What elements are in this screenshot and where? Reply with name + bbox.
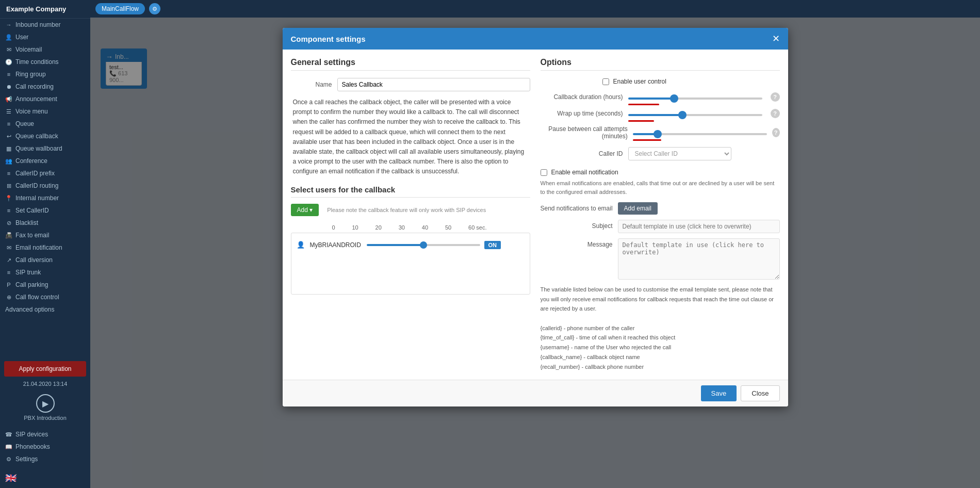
sidebar-item-queue-callback[interactable]: ↩ Queue callback [0,130,90,142]
sidebar-item-blacklist[interactable]: ⊘ Blacklist [0,217,90,229]
sidebar-bottom-items: ☎ SIP devices 📖 Phonebooks ⚙ Settings [0,425,90,468]
canvas-area: → Inb... test... 📞 613 900... Component … [90,18,980,488]
modal-body: General settings Name Once a call reache… [283,50,788,380]
enable-user-control-label: Enable user control [613,78,666,85]
sidebar-item-user[interactable]: 👤 User [0,31,90,43]
routing-icon: ⊞ [5,183,12,189]
flag-uk: 🇬🇧 [0,468,90,488]
pause-between-row: Pause between call attempts (minutes) ? [541,125,780,140]
sidebar-item-queue-wallboard[interactable]: ▦ Queue wallboard [0,142,90,155]
callback-duration-row: Callback duration (hours) ? [541,92,780,102]
sidebar-item-call-parking[interactable]: P Call parking [0,279,90,291]
modal-left-panel: General settings Name Once a call reache… [291,58,530,371]
variables-text: The variable listed below can be used to… [541,285,780,371]
caller-id-select[interactable]: Select Caller ID [628,147,731,160]
ring-group-icon: ≡ [5,71,12,77]
user-status-badge: ON [484,241,501,249]
user-row: 👤 MyBRIAANDROID ON [297,238,525,252]
add-button[interactable]: Add ▾ [291,204,319,216]
sidebar-item-sip-devices[interactable]: ☎ SIP devices [0,428,90,441]
subject-input[interactable] [618,220,780,233]
wrapup-time-indicator [628,120,654,122]
sip-icon: ≡ [5,269,12,275]
description-text: Once a call reaches the callback object,… [291,97,530,177]
topbar: MainCallFlow ⚙ [90,0,980,18]
modal-close-button[interactable]: ✕ [772,34,780,43]
queue-icon: ≡ [5,121,12,127]
name-row: Name [291,78,530,91]
sidebar-item-voice-menu[interactable]: ☰ Voice menu [0,105,90,118]
callback-duration-slider[interactable] [628,97,762,100]
modal-header: Component settings ✕ [283,28,788,50]
send-notifications-label: Send notifications to email [541,202,613,212]
caller-id-row: Caller ID Select Caller ID [541,147,780,160]
message-label: Message [541,238,613,248]
sip-devices-icon: ☎ [5,431,12,438]
user-icon: 👤 [5,34,12,41]
sidebar-item-internal-number[interactable]: 📍 Internal number [0,192,90,204]
menu-icon: ☰ [5,108,12,115]
pbx-intro-section: ▶ PBX Introduction [0,390,90,425]
sidebar-item-sip-trunk[interactable]: ≡ SIP trunk [0,266,90,279]
sidebar-item-voicemail[interactable]: ✉ Voicemail [0,43,90,56]
add-email-button[interactable]: Add email [618,202,658,215]
settings-icon: ⚙ [5,456,12,463]
sidebar-item-callerid-routing[interactable]: ⊞ CallerID routing [0,180,90,192]
sidebar-item-ring-group[interactable]: ≡ Ring group [0,68,90,80]
pause-between-slider-wrap [633,129,767,137]
company-name: Example Company [0,0,90,19]
close-button[interactable]: Close [741,385,779,401]
sidebar-item-announcement[interactable]: 📢 Announcement [0,93,90,105]
sidebar-item-queue[interactable]: ≡ Queue [0,118,90,130]
pause-between-label: Pause between call attempts (minutes) [541,125,628,140]
enable-user-control-checkbox[interactable] [602,78,609,85]
arrow-right-icon: → [5,22,12,28]
sidebar-item-call-flow-control[interactable]: ⊕ Call flow control [0,291,90,303]
apply-date: 21.04.2020 13:14 [0,381,90,387]
options-title: Options [541,58,780,71]
record-icon: ⏺ [5,84,12,90]
flow-chip[interactable]: MainCallFlow [95,3,145,14]
wrapup-time-help-icon[interactable]: ? [771,109,780,118]
enable-email-row: Enable email notification [541,169,780,176]
callback-duration-help-icon[interactable]: ? [771,92,780,102]
component-settings-modal: Component settings ✕ General settings Na… [283,28,788,406]
modal-overlay: Component settings ✕ General settings Na… [90,18,980,488]
sidebar-item-callerid-prefix[interactable]: ≡ CallerID prefix [0,167,90,180]
sidebar-item-email-notification[interactable]: ✉ Email notification [0,241,90,254]
wrapup-time-slider[interactable] [628,114,762,116]
apply-configuration-button[interactable]: Apply configuration [4,361,86,377]
sidebar-item-set-callerid[interactable]: ≡ Set CallerID [0,204,90,217]
callback-duration-indicator [628,104,659,105]
callback-icon: ↩ [5,133,12,140]
topbar-settings-icon[interactable]: ⚙ [149,3,160,14]
message-textarea[interactable] [618,238,780,280]
flow-control-icon: ⊕ [5,294,12,301]
sidebar-item-fax-to-email[interactable]: 📠 Fax to email [0,229,90,241]
pause-between-help-icon[interactable]: ? [772,128,780,137]
sidebar: Example Company → Inbound number 👤 User … [0,0,90,488]
pause-between-slider[interactable] [633,133,767,135]
name-input[interactable] [337,78,530,91]
sidebar-item-phonebooks[interactable]: 📖 Phonebooks [0,441,90,453]
main-area: MainCallFlow ⚙ → Inb... test... 📞 613 90… [90,0,980,488]
wrapup-time-label: Wrap up time (seconds) [541,110,623,117]
wrapup-time-slider-wrap [628,110,765,118]
sidebar-item-conference[interactable]: 👥 Conference [0,155,90,167]
caller-id-label: Caller ID [541,150,623,157]
conference-icon: 👥 [5,158,12,165]
sidebar-item-time-conditions[interactable]: 🕐 Time conditions [0,56,90,68]
sidebar-item-advanced-options[interactable]: Advanced options [0,303,90,316]
email-icon: ✉ [5,245,12,251]
sidebar-item-inbound-number[interactable]: → Inbound number [0,19,90,31]
sidebar-item-settings[interactable]: ⚙ Settings [0,453,90,465]
enable-email-checkbox[interactable] [541,169,547,176]
sidebar-item-call-recording[interactable]: ⏺ Call recording [0,80,90,93]
flow-name: MainCallFlow [102,5,139,12]
general-settings-title: General settings [291,58,530,71]
pbx-play-icon[interactable]: ▶ [36,394,55,413]
save-button[interactable]: Save [701,385,737,401]
user-ring-time-slider[interactable] [367,244,480,246]
sidebar-item-call-diversion[interactable]: ↗ Call diversion [0,254,90,266]
set-callerid-icon: ≡ [5,207,12,214]
